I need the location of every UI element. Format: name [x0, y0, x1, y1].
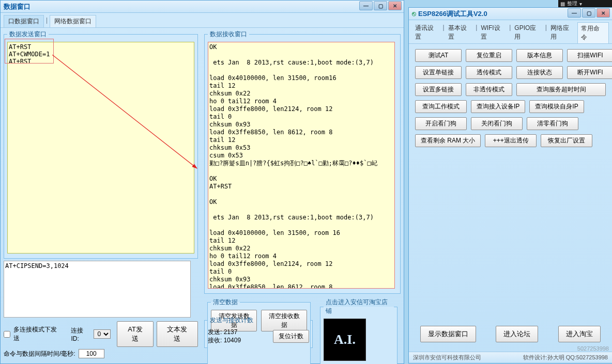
test-at-button[interactable]: 测试AT [415, 49, 462, 62]
taskbar-fragment: ▦ 整理 ▾ [558, 0, 612, 7]
taskbar-label: 整理 [567, 0, 577, 7]
ai-logo[interactable]: A.I. [324, 319, 366, 361]
tab-gpio[interactable]: GPIO应用 [511, 22, 544, 43]
taobao-group-legend: 点击进入安信可淘宝店铺 [324, 298, 394, 315]
close-button[interactable]: ✕ [596, 8, 610, 18]
forum-button[interactable]: 进入论坛 [496, 326, 538, 342]
query-self-ip-button[interactable]: 查询模块自身IP [529, 100, 584, 113]
exit-passthrough-button[interactable]: +++退出透传 [485, 134, 537, 147]
recv-count-label: 接收: [208, 337, 222, 344]
query-client-ip-button[interactable]: 查询接入设备IP [471, 100, 525, 113]
disable-watchdog-button[interactable]: 关闭看门狗 [471, 117, 523, 130]
tab-network-data[interactable]: 网络数据窗口 [50, 15, 96, 27]
app-icon: ⎋ [412, 10, 416, 18]
query-mode-button[interactable]: 查询工作模式 [415, 100, 467, 113]
recv-group: 数据接收窗口 [204, 30, 401, 294]
single-link-button[interactable]: 设置单链接 [415, 66, 462, 79]
right-statusbar: 深圳市安信可科技有限公司 软件设计:孙大明 QQ:5027253998 [409, 352, 612, 363]
multi-send-label: 多连接模式下发送 [13, 325, 62, 343]
disconnect-wifi-button[interactable]: 断开WIFI [567, 66, 612, 79]
cmd-interval-input[interactable] [79, 349, 104, 358]
cmd-interval-label: 命令与数据间隔时间/毫秒: [4, 350, 75, 358]
recv-textarea[interactable] [208, 42, 395, 289]
right-tabs: 通讯设置| 基本设置| WIFI设置| GPIO应用| 网络应用 常用命令 [409, 20, 612, 44]
reset-count-button[interactable]: 复位计数 [273, 330, 309, 343]
send-count-value: 2137 [224, 328, 238, 336]
maximize-button[interactable]: ▢ [374, 1, 387, 10]
recv-group-legend: 数据接收窗口 [208, 30, 249, 39]
scan-wifi-button[interactable]: 扫描WIFI [567, 49, 612, 62]
passthrough-button[interactable]: 透传模式 [466, 66, 512, 79]
cipsend-textarea[interactable] [4, 261, 191, 318]
clear-group-legend: 清空数据 [211, 298, 240, 307]
left-titlebar: 数据窗口 — ▢ ✕ [1, 1, 404, 13]
right-title: ESP8266调试工具V2.0 [418, 9, 487, 19]
data-window: 数据窗口 — ▢ ✕ 口数据窗口 | 网络数据窗口 数据发送窗口 多连接模式下发… [0, 0, 404, 364]
command-buttons: 测试AT 复位重启 版本信息 扫描WIFI 设置单链接 透传模式 连接状态 断开… [409, 44, 612, 152]
maximize-button[interactable]: ▢ [582, 8, 595, 18]
left-tabs: 口数据窗口 | 网络数据窗口 [1, 13, 404, 28]
left-title: 数据窗口 [4, 2, 30, 11]
company-label: 深圳市安信可科技有限公司 [413, 354, 481, 361]
send-textarea[interactable] [7, 42, 194, 254]
send-count-label: 发送: [208, 328, 222, 336]
query-timeout-button[interactable]: 查询服务超时时间 [516, 83, 606, 96]
tab-serial-data[interactable]: 口数据窗口 [4, 15, 44, 27]
check-ram-button[interactable]: 查看剩余 RAM 大小 [415, 134, 481, 147]
minimize-button[interactable]: — [568, 8, 581, 18]
minimize-button[interactable]: — [359, 1, 373, 10]
multi-link-button[interactable]: 设置多链接 [415, 83, 462, 96]
at-send-button[interactable]: AT发送 [117, 321, 153, 347]
clear-watchdog-button[interactable]: 清零看门狗 [527, 117, 578, 130]
reset-button[interactable]: 复位重启 [466, 49, 512, 62]
show-data-window-button[interactable]: 显示数据窗口 [420, 326, 476, 342]
tab-basic[interactable]: 基本设置 [445, 22, 476, 43]
close-button[interactable]: ✕ [388, 1, 402, 10]
taobao-button[interactable]: 进入淘宝 [558, 326, 601, 342]
send-group-legend: 数据发送窗口 [7, 30, 49, 39]
right-footer-buttons: 显示数据窗口 进入论坛 进入淘宝 [414, 326, 607, 342]
send-group: 数据发送窗口 [4, 30, 198, 259]
text-send-button[interactable]: 文本发送 [157, 321, 198, 347]
conn-id-label: 连接ID: [71, 326, 90, 342]
taobao-group: 点击进入安信可淘宝店铺 A.I. [320, 298, 397, 364]
tab-comm[interactable]: 通讯设置 [412, 22, 442, 43]
factory-reset-button[interactable]: 恢复出厂设置 [541, 134, 592, 147]
multi-send-checkbox[interactable] [4, 331, 10, 338]
recv-count-value: 10409 [224, 337, 241, 344]
tab-common-cmds[interactable]: 常用命令 [577, 22, 609, 43]
chevron-down-icon: ▾ [579, 1, 582, 7]
tab-wifi[interactable]: WIFI设置 [478, 22, 509, 43]
version-button[interactable]: 版本信息 [516, 49, 563, 62]
non-passthrough-button[interactable]: 非透传模式 [466, 83, 512, 96]
right-titlebar: ⎋ ESP8266调试工具V2.0 — ▢ ✕ [409, 8, 612, 20]
grid-icon: ▦ [560, 1, 565, 7]
enable-watchdog-button[interactable]: 开启看门狗 [415, 117, 467, 130]
watermark: 5027253998 [577, 345, 609, 352]
conn-status-button[interactable]: 连接状态 [516, 66, 563, 79]
esp-tool-window: ⎋ ESP8266调试工具V2.0 — ▢ ✕ 通讯设置| 基本设置| WIFI… [408, 7, 612, 363]
clear-recv-button[interactable]: 清空接收数据 [261, 310, 307, 331]
tab-net[interactable]: 网络应用 [547, 22, 578, 43]
stats-group-legend: 发送与接收计数 [208, 316, 255, 325]
author-label: 软件设计:孙大明 QQ:5027253998 [523, 354, 608, 361]
conn-id-select[interactable]: 0 [94, 329, 111, 339]
